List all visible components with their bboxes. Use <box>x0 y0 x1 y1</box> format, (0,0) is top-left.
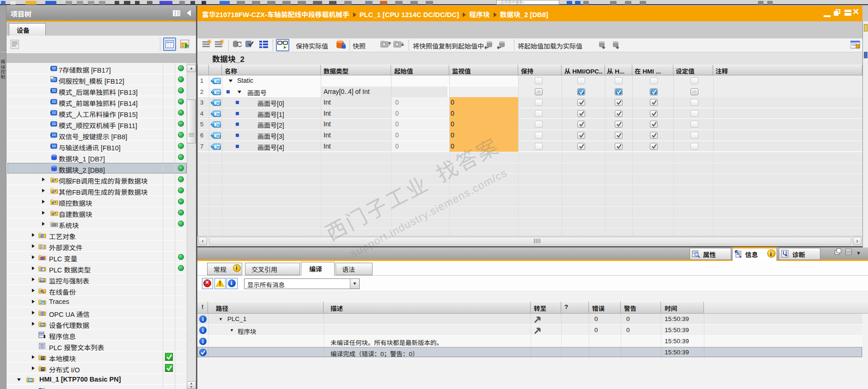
svg-text:01: 01 <box>41 246 44 248</box>
